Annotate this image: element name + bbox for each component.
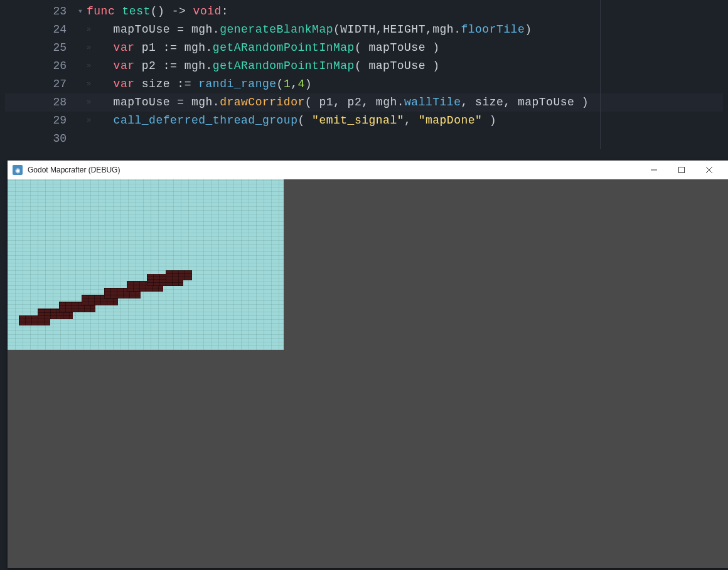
game-window: ◉ Godot Mapcrafter (DEBUG) [8,161,728,568]
close-icon [706,167,712,173]
line-number: 23 [5,3,74,21]
code-content[interactable]: call_deferred_thread_group( "emit_signal… [99,112,496,130]
code-content[interactable]: var p2 := mgh.getARandomPointInMap( mapT… [99,57,440,75]
code-content[interactable]: var size := randi_range(1,4) [99,75,312,93]
code-content[interactable]: var p1 := mgh.getARandomPointInMap( mapT… [99,39,440,57]
maximize-icon [678,167,685,173]
line-number: 29 [5,112,74,130]
code-line[interactable]: 30 [5,130,723,148]
line-number: 28 [5,93,74,112]
code-line[interactable]: 23 ▾ func test() -> void: [5,3,723,21]
indent-guide-icon: » [87,112,99,130]
code-line[interactable]: 25 » var p1 := mgh.getARandomPointInMap(… [5,39,723,57]
window-title: Godot Mapcrafter (DEBUG) [28,166,640,174]
indent-guide-icon: » [87,75,99,93]
code-line[interactable]: 24 » mapToUse = mgh.generateBlankMap(WID… [5,21,723,39]
line-number: 27 [5,75,74,93]
code-content[interactable]: mapToUse = mgh.drawCorridor( p1, p2, mgh… [99,93,589,112]
minimize-button[interactable] [640,161,668,179]
indent-guide-icon: » [87,93,99,112]
code-line-current[interactable]: 28 » mapToUse = mgh.drawCorridor( p1, p2… [5,93,723,112]
code-line[interactable]: 29 » call_deferred_thread_group( "emit_s… [5,112,723,130]
code-line[interactable]: 26 » var p2 := mgh.getARandomPointInMap(… [5,57,723,75]
fold-icon[interactable]: ▾ [74,3,87,21]
svg-rect-1 [679,167,685,173]
code-line[interactable]: 27 » var size := randi_range(1,4) [5,75,723,93]
line-number: 24 [5,21,74,39]
corridor-segment [166,270,192,280]
close-button[interactable] [695,161,723,179]
line-number: 26 [5,57,74,75]
line-number: 30 [5,130,74,148]
line-number: 25 [5,39,74,57]
code-editor[interactable]: 23 ▾ func test() -> void: 24 » mapToUse … [0,0,728,148]
godot-icon: ◉ [13,165,23,175]
code-content[interactable]: mapToUse = mgh.generateBlankMap(WIDTH,HE… [99,21,532,39]
code-content[interactable]: func test() -> void: [87,3,228,21]
minimize-icon [651,167,657,173]
indent-guide-icon: » [87,57,99,75]
indent-guide-icon: » [87,39,99,57]
game-viewport [8,179,728,568]
editor-ruler [600,0,601,149]
tilemap-floor [8,179,284,350]
maximize-button[interactable] [668,161,695,179]
window-titlebar[interactable]: ◉ Godot Mapcrafter (DEBUG) [8,161,728,179]
indent-guide-icon: » [87,21,99,39]
